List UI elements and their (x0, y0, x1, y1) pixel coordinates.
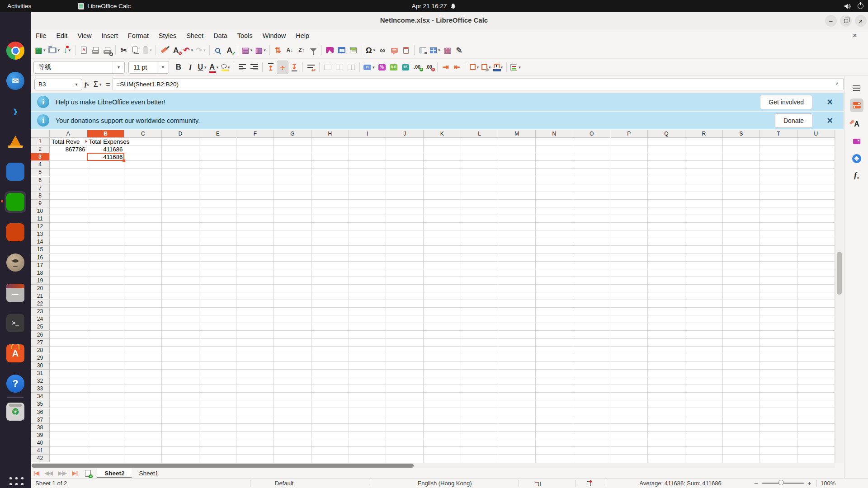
pivot-table-button[interactable] (348, 43, 359, 57)
cell-A1[interactable]: Total Reve (50, 138, 87, 145)
border-color-button[interactable]: ▾ (492, 61, 505, 74)
sidebar-tab-functions[interactable]: f× (850, 169, 863, 183)
column-header-B[interactable]: B (87, 130, 125, 138)
row-header-18[interactable]: 18 (31, 269, 50, 277)
dock-item-app-grid[interactable] (5, 472, 26, 488)
center-vertically-button[interactable]: ↕ (277, 61, 288, 74)
row-header-12[interactable]: 12 (31, 223, 50, 230)
zoom-slider-thumb[interactable] (778, 480, 784, 485)
dropdown-arrow-icon[interactable]: ▾ (489, 65, 491, 70)
align-left-button[interactable] (236, 61, 248, 74)
chevron-down-icon[interactable]: ▾ (157, 61, 169, 73)
rows-button[interactable]: ▤▾ (241, 43, 254, 57)
merge-and-center-cells-button[interactable] (334, 61, 345, 74)
menu-sheet[interactable]: Sheet (181, 31, 208, 41)
insert-hyperlink-button[interactable]: ∞ (377, 43, 388, 57)
unmerge-cells-button[interactable] (345, 61, 357, 74)
menu-data[interactable]: Data (208, 31, 232, 41)
row-header-35[interactable]: 35 (31, 400, 50, 408)
row-header-23[interactable]: 23 (31, 308, 50, 315)
column-header-S[interactable]: S (723, 130, 760, 138)
clone-formatting-button[interactable] (158, 43, 170, 57)
column-header-L[interactable]: L (461, 130, 499, 138)
columns-button[interactable]: ▥▾ (254, 43, 267, 57)
borders-button[interactable]: ▾ (468, 61, 481, 74)
row-header-21[interactable]: 21 (31, 292, 50, 300)
row-header-8[interactable]: 8 (31, 192, 50, 200)
column-header-P[interactable]: P (611, 130, 648, 138)
dock-item-vscode[interactable]: › (5, 100, 26, 122)
print-preview-button[interactable] (101, 43, 113, 57)
dropdown-arrow-icon[interactable]: ▾ (203, 48, 206, 52)
formula-input[interactable]: =SUM(Sheet1.B2:B20) (112, 78, 844, 90)
column-header-I[interactable]: I (349, 130, 387, 138)
row-header-36[interactable]: 36 (31, 408, 50, 416)
select-function-button[interactable]: Σ▾ (94, 80, 102, 89)
row-header-14[interactable]: 14 (31, 238, 50, 246)
insert-chart-button[interactable] (336, 43, 348, 57)
page-style-label[interactable]: Default (275, 480, 293, 487)
column-header-U[interactable]: U (797, 130, 835, 138)
menu-help[interactable]: Help (291, 31, 314, 41)
format-percent-button[interactable]: % (376, 61, 388, 74)
row-header-11[interactable]: 11 (31, 215, 50, 223)
format-number-button[interactable]: 0.0 (388, 61, 400, 74)
column-header-D[interactable]: D (162, 130, 199, 138)
dock-item-terminal[interactable]: >_ (5, 312, 26, 334)
row-header-25[interactable]: 25 (31, 323, 50, 331)
power-icon[interactable] (858, 3, 863, 9)
menu-edit[interactable]: Edit (51, 31, 72, 41)
sidebar-tab-gallery[interactable] (850, 135, 863, 148)
font-name-combobox[interactable]: 等线 ▾ (33, 61, 125, 74)
clock-menu[interactable]: Apr 21 16:27 (412, 3, 456, 9)
dropdown-arrow-icon[interactable]: ▾ (477, 65, 479, 70)
sort-button[interactable]: ⇅ (272, 43, 284, 57)
row-header-42[interactable]: 42 (31, 455, 50, 462)
row-header-38[interactable]: 38 (31, 424, 50, 432)
language-label[interactable]: English (Hong Kong) (371, 480, 519, 487)
row-header-32[interactable]: 32 (31, 377, 50, 385)
align-right-button[interactable] (248, 61, 260, 74)
dropdown-arrow-icon[interactable]: ▾ (58, 48, 60, 52)
last-sheet-button[interactable]: ▶| (70, 470, 81, 476)
column-header-C[interactable]: C (124, 130, 162, 138)
menu-tools[interactable]: Tools (232, 31, 258, 41)
row-header-3[interactable]: 3 (31, 153, 50, 161)
show-draw-functions-button[interactable]: ✎ (453, 43, 465, 57)
sheet-tab-sheet1[interactable]: Sheet1 (132, 468, 165, 478)
row-header-16[interactable]: 16 (31, 254, 50, 262)
conditional-formatting-button[interactable]: ▾ (509, 61, 522, 74)
row-header-20[interactable]: 20 (31, 285, 50, 292)
sidebar-tab-sidebar-menu[interactable] (850, 81, 863, 95)
dock-item-vlc[interactable] (5, 131, 26, 152)
toggle-grid-lines-button[interactable]: ▦ (442, 43, 453, 57)
row-header-27[interactable]: 27 (31, 339, 50, 347)
row-header-34[interactable]: 34 (31, 393, 50, 400)
row-header-13[interactable]: 13 (31, 230, 50, 238)
vertical-scrollbar-thumb[interactable] (837, 252, 842, 295)
chevron-down-icon[interactable]: ▾ (71, 82, 82, 87)
font-color-button[interactable]: A▾ (208, 61, 220, 74)
align-bottom-button[interactable]: ↧ (288, 61, 300, 74)
open-button[interactable]: ▾ (47, 43, 61, 57)
row-header-5[interactable]: 5 (31, 169, 50, 176)
name-box[interactable]: B3 ▾ (34, 79, 82, 90)
function-wizard-button[interactable]: fx (85, 80, 89, 88)
column-header-N[interactable]: N (536, 130, 573, 138)
row-header-1[interactable]: 1 (31, 138, 50, 145)
minimize-button[interactable]: − (825, 15, 837, 27)
row-header-9[interactable]: 9 (31, 200, 50, 207)
special-character-button[interactable]: Ω▾ (364, 43, 377, 57)
dropdown-arrow-icon[interactable]: ▾ (373, 65, 375, 70)
sidebar-tab-styles[interactable]: A (850, 117, 863, 131)
row-header-6[interactable]: 6 (31, 177, 50, 184)
vertical-scrollbar[interactable] (835, 130, 844, 463)
align-top-button[interactable]: ↥ (265, 61, 277, 74)
format-date-button[interactable]: 15 (400, 61, 411, 74)
row-header-2[interactable]: 2 (31, 145, 50, 153)
dock-item-files[interactable] (5, 282, 26, 304)
print-button[interactable] (90, 43, 101, 57)
focused-app-indicator[interactable]: LibreOffice Calc (78, 3, 131, 9)
menu-file[interactable]: File (31, 31, 51, 41)
column-header-Q[interactable]: Q (648, 130, 685, 138)
